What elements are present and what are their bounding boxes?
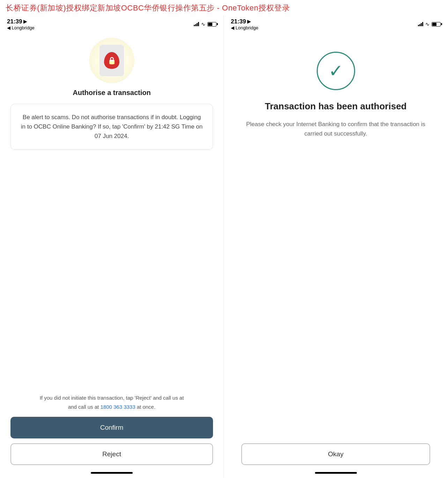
- left-status-bar: 21:39 ▶ ◀ Longbridge ∿: [0, 15, 223, 31]
- success-container: ✓ Transaction has been authorised Please…: [224, 31, 448, 478]
- right-status-bar: 21:39 ▶ ◀ Longbridge ∿: [224, 15, 448, 31]
- banner-text: 长桥证券(新加坡)授权绑定新加坡OCBC华侨银行操作第五步 - OneToken…: [6, 3, 290, 12]
- phone-mock: [100, 45, 124, 76]
- battery-icon-left: [207, 22, 216, 27]
- left-back-label[interactable]: ◀ Longbridge: [7, 25, 35, 30]
- left-phone-panel: 21:39 ▶ ◀ Longbridge ∿: [0, 15, 224, 478]
- right-back-label[interactable]: ◀ Longbridge: [231, 25, 258, 30]
- left-time: 21:39 ▶: [7, 18, 27, 25]
- signal-icon-left: [194, 22, 199, 26]
- alert-box: Be alert to scams. Do not authorise tran…: [10, 104, 213, 150]
- wifi-icon-left: ∿: [201, 21, 205, 27]
- right-status-icons: ∿: [418, 21, 441, 27]
- right-status-left: 21:39 ▶ ◀ Longbridge: [231, 18, 258, 30]
- alert-text: Be alert to scams. Do not authorise tran…: [21, 114, 203, 139]
- signal-icon-right: [418, 22, 423, 26]
- reject-info-prefix: and call us at: [68, 404, 101, 410]
- location-icon-left: ▶: [23, 19, 27, 24]
- check-circle: ✓: [317, 52, 355, 90]
- shield-icon: [104, 52, 119, 69]
- wifi-icon-right: ∿: [425, 21, 429, 27]
- left-status-icons: ∿: [194, 21, 216, 27]
- success-desc: Please check your Internet Banking to co…: [241, 119, 430, 138]
- home-indicator-left: [91, 472, 133, 474]
- lock-circle-bg: [89, 38, 134, 83]
- phones-container: 21:39 ▶ ◀ Longbridge ∿: [0, 15, 448, 478]
- reject-info-suffix: at once.: [137, 404, 155, 410]
- battery-icon-right: [432, 22, 441, 27]
- left-phone-content: Authorise a transaction Be alert to scam…: [0, 31, 223, 478]
- left-status-left: 21:39 ▶ ◀ Longbridge: [7, 18, 35, 30]
- reject-info-text: If you did not initiate this transaction…: [40, 395, 184, 401]
- right-time: 21:39 ▶: [231, 18, 251, 25]
- okay-button[interactable]: Okay: [241, 443, 430, 465]
- location-icon-right: ▶: [247, 19, 251, 24]
- home-indicator-right: [315, 472, 357, 474]
- reject-info: If you did not initiate this transaction…: [10, 393, 213, 411]
- lock-icon-container: [10, 38, 213, 83]
- top-banner: 长桥证券(新加坡)授权绑定新加坡OCBC华侨银行操作第五步 - OneToken…: [0, 0, 448, 15]
- authorise-title: Authorise a transaction: [10, 89, 213, 97]
- confirm-button[interactable]: Confirm: [10, 417, 213, 438]
- reject-button[interactable]: Reject: [10, 443, 213, 465]
- right-phone-panel: 21:39 ▶ ◀ Longbridge ∿: [224, 15, 448, 478]
- check-icon: ✓: [329, 62, 343, 80]
- success-title: Transaction has been authorised: [265, 101, 407, 112]
- reject-phone-link[interactable]: 1800 363 3333: [100, 404, 135, 410]
- spacer-left: [10, 150, 213, 393]
